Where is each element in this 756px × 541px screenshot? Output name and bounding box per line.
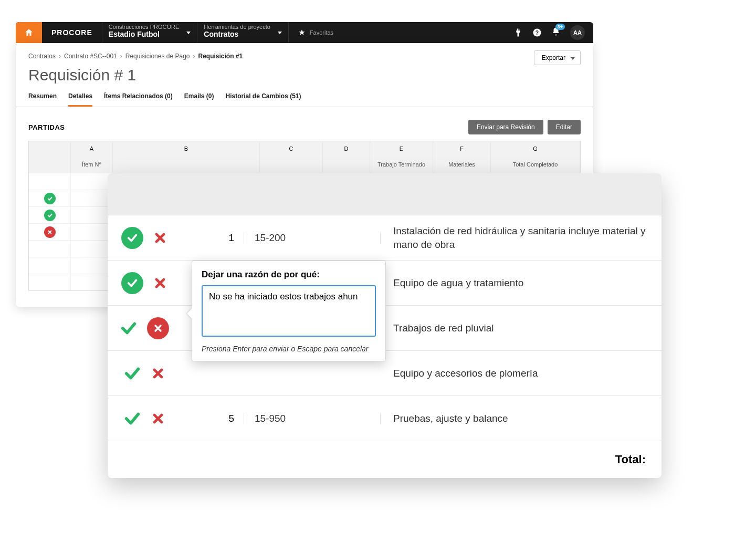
overlay-row: 115-200Instalación de red hidráulica y s… [108,215,662,261]
tab-items[interactable]: Ítems Relacionados (0) [104,88,173,107]
avatar[interactable]: AA [570,25,585,40]
chevron-right-icon: › [59,53,61,60]
page-title: Requisición # 1 [16,64,593,88]
overlay-header [108,173,662,215]
favorites-label: Favoritas [310,29,333,36]
row-code: 15-950 [244,413,381,424]
approve-icon[interactable] [121,272,143,294]
col-letter: B [113,141,260,156]
row-number: 5 [181,413,244,424]
star-icon [298,29,306,36]
company-label: Construcciones PROCORE [109,24,180,30]
logo: PROCORE [42,22,102,43]
edit-button[interactable]: Editar [548,120,581,134]
reject-icon[interactable] [153,231,167,245]
reject-icon[interactable] [44,226,56,238]
tab-historial[interactable]: Historial de Cambios (51) [225,88,301,107]
approve-icon[interactable] [44,193,56,204]
tool-label: Herramientas de proyecto [204,24,270,30]
section-header: PARTIDAS Enviar para Revisión Editar [16,107,593,141]
col-header: Ítem N° [71,156,113,173]
tool-value: Contratos [204,30,270,38]
home-icon [24,28,34,37]
breadcrumb-item[interactable]: Requisiciones de Pago [125,53,190,60]
chevron-right-icon: › [193,53,195,60]
approve-icon[interactable] [120,319,138,337]
col-header: Materiales [433,156,491,173]
company-dropdown[interactable]: Construcciones PROCORE Estadio Futbol [102,22,197,43]
breadcrumb-item[interactable]: Contrato #SC--001 [64,53,117,60]
tab-detalles[interactable]: Detalles [68,88,92,107]
breadcrumb-current: Requisición #1 [198,53,243,60]
reason-input[interactable]: No se ha iniciado estos trabajos ahun [202,285,376,337]
reason-popover: Dejar una razón de por qué: No se ha ini… [192,261,386,361]
total-label: Total: [108,441,662,478]
svg-text:?: ? [536,29,539,36]
company-value: Estadio Futbol [109,30,180,38]
approve-icon[interactable] [44,210,56,221]
col-letter: G [491,141,580,156]
col-letter: A [71,141,113,156]
reject-icon[interactable] [151,411,165,426]
reject-icon[interactable] [147,317,169,339]
tabs: Resumen Detalles Ítems Relacionados (0) … [16,88,593,107]
col-letter: E [370,141,433,156]
chevron-down-icon [186,32,191,34]
row-description: Equipo y accesorios de plomería [381,359,662,388]
col-header: Total Completado [491,156,580,173]
help-icon[interactable]: ? [532,28,542,37]
popover-label: Dejar una razón de por qué: [202,269,376,280]
notifications[interactable]: 3+ [551,27,561,38]
send-review-button[interactable]: Enviar para Revisión [468,120,543,134]
row-description: Trabajos de red pluvial [381,314,662,342]
top-nav: PROCORE Construcciones PROCORE Estadio F… [16,22,593,43]
section-title: PARTIDAS [28,123,65,131]
breadcrumb: Contratos› Contrato #SC--001› Requisicio… [16,43,593,64]
export-button[interactable]: Exportar [534,50,581,65]
col-letter: F [433,141,491,156]
tool-dropdown[interactable]: Herramientas de proyecto Contratos [197,22,288,43]
row-number: 1 [181,232,244,244]
approve-icon[interactable] [123,410,141,428]
home-button[interactable] [16,22,42,43]
col-header: Trabajo Terminado [370,156,433,173]
col-letter: C [260,141,323,156]
row-description: Instalación de red hidráulica y sanitari… [381,217,662,258]
tab-emails[interactable]: Emails (0) [184,88,214,107]
plug-icon[interactable] [513,28,523,37]
reject-icon[interactable] [153,276,167,290]
chevron-right-icon: › [120,53,122,60]
overlay-row: 515-950Pruebas, ajuste y balance [108,396,662,441]
tab-resumen[interactable]: Resumen [28,88,57,107]
favorites-section[interactable]: Favoritas [288,22,343,43]
row-description: Pruebas, ajuste y balance [381,404,662,433]
popover-hint: Presiona Enter para enviar o Escape para… [202,344,376,353]
breadcrumb-item[interactable]: Contratos [28,53,56,60]
row-code: 15-200 [244,232,381,244]
chevron-down-icon [278,32,282,34]
col-letter: D [323,141,370,156]
notifications-badge: 3+ [555,24,565,30]
reject-icon[interactable] [151,366,165,381]
approve-icon[interactable] [123,365,141,382]
header-right: ? 3+ AA [513,22,593,43]
row-description: Equipo de agua y tratamiento [381,269,662,297]
approve-icon[interactable] [121,227,143,249]
